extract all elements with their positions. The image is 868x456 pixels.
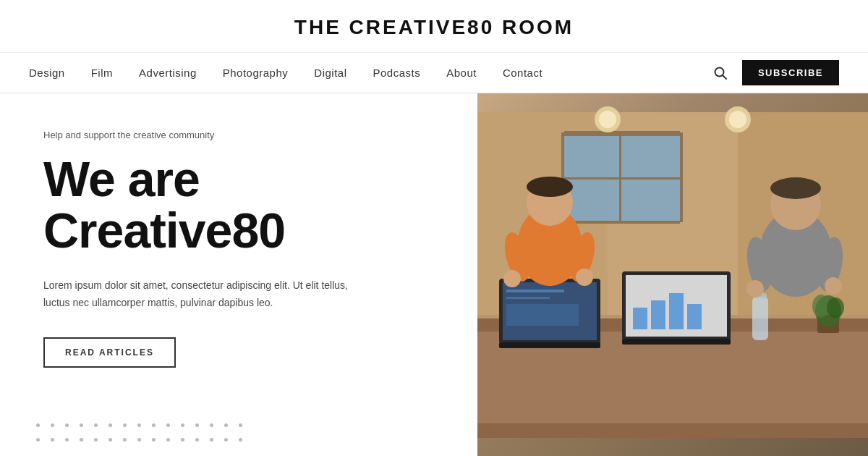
svg-rect-23 <box>506 290 564 292</box>
nav-links: Design Film Advertising Photography Digi… <box>29 67 542 80</box>
decorative-dot <box>181 438 184 442</box>
search-icon <box>713 66 728 80</box>
decorative-dot <box>137 423 141 427</box>
decorative-dot <box>80 423 83 427</box>
nav-link-podcasts[interactable]: Podcasts <box>373 67 421 79</box>
svg-point-45 <box>503 270 521 287</box>
nav-item-design[interactable]: Design <box>29 67 65 80</box>
nav-link-advertising[interactable]: Advertising <box>139 67 197 79</box>
svg-rect-10 <box>619 134 621 221</box>
workspace-scene-svg <box>477 93 868 456</box>
nav-item-film[interactable]: Film <box>91 67 113 80</box>
svg-point-18 <box>729 111 746 128</box>
search-button[interactable] <box>710 63 731 83</box>
decorative-dot <box>123 438 127 442</box>
decorative-dot <box>94 438 98 442</box>
decorative-dot <box>65 438 69 442</box>
svg-point-42 <box>527 177 573 197</box>
decorative-dot <box>195 423 199 427</box>
decorative-dot <box>210 423 213 427</box>
svg-rect-9 <box>564 177 680 180</box>
decorative-dot <box>80 438 83 442</box>
decorative-dot <box>51 438 54 442</box>
nav-link-contact[interactable]: Contact <box>503 67 542 79</box>
nav-item-contact[interactable]: Contact <box>503 67 542 80</box>
nav-link-design[interactable]: Design <box>29 67 65 79</box>
decorative-dot <box>239 423 242 427</box>
svg-rect-30 <box>651 300 665 329</box>
decorative-dot <box>210 438 213 442</box>
nav-link-film[interactable]: Film <box>91 67 113 79</box>
hero-heading-line2: Creative80 <box>43 203 285 258</box>
nav-link-photography[interactable]: Photography <box>223 67 289 79</box>
decorative-dot <box>152 438 156 442</box>
decorative-dot <box>195 438 199 442</box>
decorative-dot <box>36 438 40 442</box>
decorative-dot <box>137 438 141 442</box>
svg-point-52 <box>746 280 764 297</box>
subscribe-button[interactable]: SUBSCRIBE <box>742 60 839 85</box>
svg-point-53 <box>825 277 842 295</box>
svg-line-1 <box>723 75 726 79</box>
svg-point-46 <box>576 269 593 286</box>
svg-rect-33 <box>622 339 731 345</box>
nav-item-digital[interactable]: Digital <box>314 67 346 80</box>
decorative-dot <box>123 423 127 427</box>
svg-point-39 <box>827 297 844 318</box>
svg-rect-31 <box>669 293 684 329</box>
dots-pattern <box>36 423 250 449</box>
decorative-dot <box>166 438 170 442</box>
hero-image <box>477 93 868 456</box>
decorative-dot <box>224 438 228 442</box>
decorative-dot <box>224 423 228 427</box>
site-header: THE CREATIVE80 ROOM <box>0 0 868 53</box>
hero-image-container <box>477 93 868 456</box>
svg-rect-26 <box>499 342 600 348</box>
decorative-dot <box>65 423 69 427</box>
svg-point-16 <box>599 111 616 128</box>
svg-rect-8 <box>564 134 680 136</box>
hero-tagline: Help and support the creative community <box>43 130 441 140</box>
decorative-dot <box>152 423 156 427</box>
decorative-dot <box>109 423 112 427</box>
nav-right: SUBSCRIBE <box>710 60 839 85</box>
svg-rect-24 <box>506 297 550 299</box>
nav-link-digital[interactable]: Digital <box>314 67 346 79</box>
read-articles-button[interactable]: READ ARTICLES <box>43 337 176 368</box>
nav-item-about[interactable]: About <box>446 67 477 80</box>
nav-item-podcasts[interactable]: Podcasts <box>373 67 421 80</box>
svg-rect-54 <box>477 423 868 438</box>
site-title: THE CREATIVE80 ROOM <box>0 16 868 39</box>
decorative-dot <box>181 423 184 427</box>
hero-description: Lorem ipsum dolor sit amet, consectetur … <box>43 277 376 312</box>
main-nav: Design Film Advertising Photography Digi… <box>0 53 868 93</box>
svg-rect-25 <box>506 304 579 326</box>
hero-heading-line1: We are <box>43 151 200 206</box>
decorative-dot <box>51 423 54 427</box>
svg-point-49 <box>770 177 821 199</box>
nav-item-photography[interactable]: Photography <box>223 67 289 80</box>
decorative-dot <box>109 438 112 442</box>
decorative-dot <box>36 423 40 427</box>
decorative-dot <box>94 423 98 427</box>
svg-rect-32 <box>687 304 702 329</box>
svg-rect-29 <box>633 308 647 329</box>
decorative-dot <box>166 423 170 427</box>
hero-heading: We are Creative80 <box>43 153 441 257</box>
hero-content: Help and support the creative community … <box>0 93 477 456</box>
nav-link-about[interactable]: About <box>446 67 477 79</box>
svg-rect-34 <box>752 297 768 340</box>
hero-section: Help and support the creative community … <box>0 93 868 456</box>
decorative-dot <box>239 438 242 442</box>
nav-item-advertising[interactable]: Advertising <box>139 67 197 80</box>
